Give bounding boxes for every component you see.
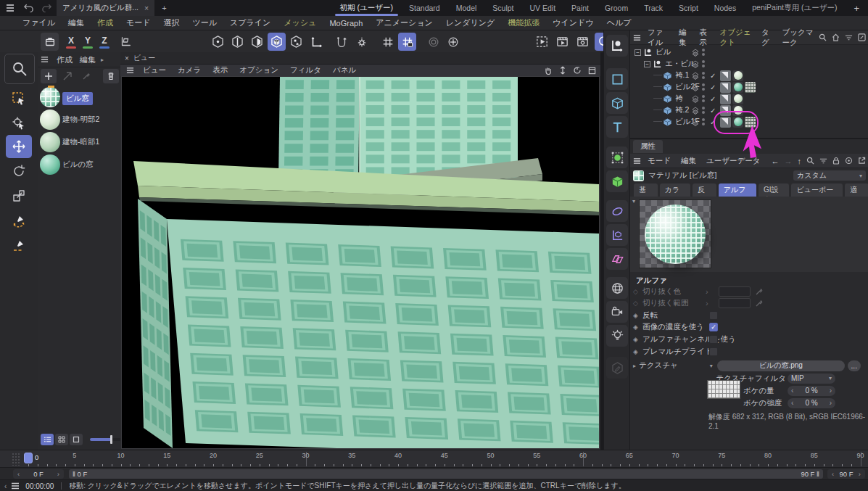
axis-settings[interactable]	[352, 33, 371, 51]
document-tab[interactable]: アメリカ風のビル群... ×	[57, 0, 154, 16]
preview-range-bar[interactable]: ‖ 0 F 90 F ‖	[69, 469, 823, 479]
viewport-menu-パネル[interactable]: パネル	[327, 65, 362, 75]
camera-tool[interactable]	[606, 301, 628, 323]
home-icon[interactable]	[832, 33, 840, 41]
menu-編集[interactable]: 編集	[62, 17, 91, 28]
menu-モード[interactable]: モード	[120, 17, 157, 28]
list-view-icon[interactable]	[41, 434, 54, 445]
close-tab-icon[interactable]: ×	[144, 4, 149, 12]
scale-tool[interactable]	[6, 184, 32, 207]
app-menu-icon[interactable]	[6, 4, 15, 12]
attr-menu-編集[interactable]: 編集	[676, 156, 701, 166]
checkbox-画像の濃度を使う[interactable]: ✓	[709, 323, 718, 331]
instance-tool[interactable]	[606, 224, 628, 246]
up-icon[interactable]: ↑	[798, 157, 802, 165]
checkbox-プレマルチプライド[interactable]	[709, 347, 718, 356]
attributes-tab[interactable]: 属性	[633, 140, 663, 153]
menu-MoGraph[interactable]: MoGraph	[323, 19, 369, 28]
rectangle-spline-tool[interactable]	[606, 68, 628, 90]
rotate-tool[interactable]	[6, 160, 32, 183]
enabled-check-icon[interactable]: ✓	[710, 95, 716, 103]
redo-icon[interactable]	[41, 4, 52, 12]
visibility-dots[interactable]	[702, 95, 705, 102]
tree-row-袴.1[interactable]: 袴.1✓	[630, 70, 868, 81]
thumbnail-size-slider[interactable]	[90, 438, 122, 441]
environment-tool[interactable]	[606, 277, 628, 299]
eyedropper-icon[interactable]	[755, 299, 764, 308]
layer-icon[interactable]	[691, 117, 700, 126]
menu-ファイル[interactable]: ファイル	[16, 17, 62, 28]
axis-mode[interactable]	[307, 33, 325, 51]
axis-lock-x[interactable]: X	[64, 33, 78, 50]
enabled-check-icon[interactable]: ✓	[710, 83, 716, 91]
panel-edit-icon[interactable]	[858, 33, 866, 41]
material-menu-create[interactable]: 作成	[53, 54, 76, 65]
attr-filter-icon[interactable]	[819, 157, 827, 165]
layout-tab-model[interactable]: Model	[448, 0, 485, 16]
panel-menu-icon[interactable]	[41, 56, 49, 63]
apply-material-icon[interactable]	[59, 69, 75, 83]
material-thumb-ビル窓[interactable]	[40, 87, 60, 107]
material-tag-icon[interactable]	[732, 70, 743, 81]
sketch-pen-tool[interactable]	[6, 235, 32, 258]
menu-アニメーション[interactable]: アニメーション	[369, 17, 439, 28]
viewport-tab[interactable]: ビュー	[133, 53, 155, 63]
render-view[interactable]	[553, 33, 571, 51]
text-tool[interactable]	[606, 116, 628, 138]
om-menu-ブックマーク[interactable]: ブックマーク	[777, 28, 819, 48]
ring-b[interactable]	[444, 33, 462, 51]
visibility-dots[interactable]	[702, 49, 705, 56]
material-menu-edit[interactable]: 編集	[76, 54, 99, 65]
phong-tag-icon[interactable]	[720, 94, 731, 104]
menu-機能拡張[interactable]: 機能拡張	[501, 17, 546, 28]
rotate-view-icon[interactable]	[573, 66, 582, 75]
om-menu-タグ[interactable]: タグ	[756, 28, 777, 48]
view-container[interactable]	[41, 33, 59, 51]
timeline-ruler[interactable]: 051015202530354045505560657075808590 0	[0, 450, 868, 468]
expander-icon[interactable]: −	[644, 61, 650, 67]
viewport-menu-カメラ[interactable]: カメラ	[172, 65, 207, 75]
layout-tab-uv-edit[interactable]: UV Edit	[522, 0, 564, 16]
keyframe-diamond-icon[interactable]: ◇	[633, 288, 638, 295]
keyframe-diamond-icon[interactable]: ◇	[633, 300, 638, 307]
texture-expander-icon[interactable]: ▸	[633, 363, 636, 369]
layout-tab-groom[interactable]: Groom	[597, 0, 636, 16]
menu-レンダリング[interactable]: レンダリング	[439, 17, 502, 28]
menu-スプライン[interactable]: スプライン	[223, 17, 277, 28]
add-document-tab-button[interactable]: +	[154, 4, 173, 12]
menu-選択[interactable]: 選択	[157, 17, 186, 28]
target-icon[interactable]	[845, 157, 853, 165]
keyframe-diamond-icon[interactable]: ◈	[633, 348, 638, 355]
tree-row-エ・ビル[interactable]: −エ・ビル	[630, 58, 868, 70]
subdivision-surface-tool[interactable]	[606, 147, 628, 168]
object-mode[interactable]	[268, 33, 286, 51]
material-tag-icon[interactable]	[732, 82, 743, 93]
color-field[interactable]	[719, 298, 751, 308]
attr-menu-モード[interactable]: モード	[642, 156, 676, 166]
material-tag-icon[interactable]	[732, 94, 743, 104]
viewport-canvas[interactable]	[121, 76, 600, 449]
undo-icon[interactable]	[23, 4, 34, 12]
cube-primitive-tool[interactable]	[606, 92, 628, 114]
layout-tab--[interactable]: 初期 (ユーザー)	[332, 0, 401, 16]
menu-ウインドウ[interactable]: ウインドウ	[546, 17, 600, 28]
move-tool[interactable]	[6, 135, 32, 158]
texture-tag-icon[interactable]	[745, 82, 756, 93]
material-name-建物-暗部1[interactable]: 建物-暗部1	[62, 137, 99, 147]
keyframe-diamond-icon[interactable]: ◈	[633, 323, 638, 331]
visibility-dots[interactable]	[702, 60, 705, 67]
status-menu-icon[interactable]	[11, 482, 20, 490]
layer-icon[interactable]	[691, 48, 700, 57]
delete-material-icon[interactable]	[103, 69, 119, 83]
material-name-ビル窓[interactable]: ビル窓	[62, 92, 93, 105]
points-mode[interactable]	[209, 33, 227, 51]
grid-view-icon[interactable]	[55, 434, 68, 445]
tree-row-ビル2F[interactable]: ビル2F✓	[630, 81, 868, 93]
polygons-mode[interactable]	[248, 33, 266, 51]
texture-filter-dropdown[interactable]: MIP▾	[788, 374, 835, 384]
checkbox-反転[interactable]	[709, 311, 718, 320]
snap-toggle[interactable]	[398, 33, 416, 51]
material-thumb-建物-明部2[interactable]	[40, 110, 60, 130]
playhead[interactable]	[24, 453, 33, 463]
live-selection-tool[interactable]	[6, 87, 32, 110]
